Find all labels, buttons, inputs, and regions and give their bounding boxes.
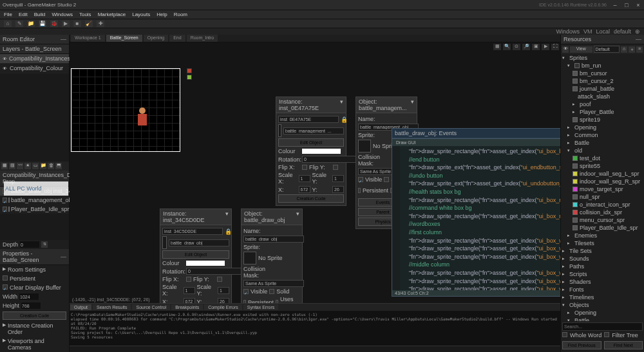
target-vm[interactable]: VM — [583, 28, 592, 35]
anim-icon[interactable]: ▣ — [532, 44, 540, 50]
x-input[interactable] — [299, 186, 310, 193]
minimize-button[interactable]: – — [612, 2, 618, 8]
flipy-checkbox[interactable] — [217, 277, 222, 282]
instance-marker-1[interactable] — [187, 68, 192, 73]
flipy-checkbox[interactable] — [333, 165, 338, 170]
menu-build[interactable]: Build — [34, 12, 46, 17]
sprite-preview[interactable] — [358, 140, 371, 153]
scalex-input[interactable] — [184, 287, 195, 294]
console-input[interactable] — [70, 346, 560, 352]
zoom-out-icon[interactable]: 🔍 — [503, 44, 511, 50]
obj-ref-input[interactable] — [283, 127, 344, 134]
scalex-input[interactable] — [299, 175, 310, 182]
tab-workspace[interactable]: Workspace 1 — [71, 35, 105, 42]
player-sprite-instance[interactable] — [136, 107, 149, 127]
find-prev-button[interactable]: Find Previous — [562, 341, 601, 349]
target-default[interactable]: default — [614, 28, 631, 35]
home-icon[interactable]: ⌂ — [621, 46, 627, 53]
tab-search-results[interactable]: Search Results — [93, 304, 131, 310]
add-bg-layer-icon[interactable]: ▭ — [32, 163, 39, 169]
y-input[interactable] — [332, 186, 344, 193]
visible-icon[interactable]: 👁 — [3, 66, 8, 71]
edit-object-button[interactable]: Edit Object — [278, 138, 344, 147]
colour-swatch[interactable] — [302, 149, 341, 154]
solid-checkbox[interactable] — [269, 289, 274, 294]
tab-end[interactable]: End — [169, 35, 185, 42]
creation-code-button[interactable]: Creation Code — [3, 311, 66, 320]
rotation-input[interactable] — [186, 268, 247, 275]
scaley-input[interactable] — [218, 287, 229, 294]
visible-checkbox[interactable] — [358, 177, 363, 182]
delete-layer-icon[interactable]: 🗑 — [48, 163, 54, 169]
menu-windows[interactable]: Windows — [52, 12, 72, 17]
lock-icon[interactable]: 🔒 — [225, 228, 232, 235]
chevron-icon[interactable]: ▾ — [340, 98, 343, 111]
open-icon[interactable]: 📁 — [27, 21, 35, 27]
add-asset-layer-icon[interactable]: ★ — [24, 163, 31, 169]
whole-word-checkbox[interactable] — [562, 332, 567, 337]
colour-swatch[interactable] — [186, 261, 225, 266]
expand-icon[interactable]: ⛶ — [551, 44, 559, 50]
find-next-button[interactable]: Find Next — [604, 341, 643, 349]
target-windows[interactable]: Windows — [556, 28, 580, 35]
close-button[interactable]: × — [635, 2, 641, 8]
rotation-input[interactable] — [302, 156, 363, 163]
persistent-checkbox[interactable] — [358, 188, 361, 193]
add-tile-layer-icon[interactable]: ▧ — [9, 163, 15, 169]
flipx-checkbox[interactable] — [186, 277, 191, 282]
menu-edit[interactable]: Edit — [19, 12, 28, 17]
comp-player[interactable]: Player_Battle_Idle_sprinst_608A1... — [0, 205, 69, 214]
inst-name-input[interactable] — [162, 228, 223, 235]
instance-window-1[interactable]: Instance: inst_0E47A75E▾ 🔒 Edit Object C… — [276, 97, 346, 206]
sprite-preview[interactable] — [278, 124, 281, 137]
tab-breakpoints[interactable]: Breakpoints — [171, 304, 203, 310]
target-local[interactable]: Local — [596, 28, 610, 35]
code-editor[interactable]: battle_draw_obj: Events—□× Draw GUI "fn"… — [392, 128, 560, 297]
zoom-in-icon[interactable]: 🔎 — [522, 44, 530, 50]
room-settings-section[interactable]: ▶ Room Settings — [0, 265, 69, 274]
maximize-button[interactable]: □ — [623, 2, 630, 8]
play-icon[interactable]: ▶ — [542, 44, 549, 50]
filter-tree-checkbox[interactable] — [604, 332, 609, 337]
layer-compat-colour[interactable]: 👁 Compatibility_Colour — [0, 64, 69, 73]
zoom-reset-icon[interactable]: ⊙ — [513, 44, 520, 50]
inst-order-section[interactable]: ▶ Instance Creation Order — [0, 321, 69, 337]
menu-room[interactable]: Room — [174, 12, 187, 17]
search-input[interactable] — [562, 322, 643, 331]
scaley-input[interactable] — [332, 175, 344, 182]
grid-icon[interactable]: ▦ — [493, 44, 501, 50]
collision-input[interactable] — [243, 280, 304, 287]
inherit-icon[interactable]: ⬒ — [55, 163, 62, 169]
visible-icon[interactable]: 👁 — [3, 57, 7, 61]
tab-syntax-errors[interactable]: Syntax Errors — [243, 304, 278, 310]
target-icon[interactable]: ⊕ — [635, 28, 640, 35]
obj-name-input[interactable] — [243, 236, 304, 243]
stop-icon[interactable]: ■ — [73, 21, 81, 27]
tab-battle-screen[interactable]: Battle_Screen — [106, 35, 142, 42]
clean-icon[interactable]: 🧹 — [85, 21, 93, 27]
menu-help[interactable]: Help — [156, 12, 167, 17]
tab-room-intro[interactable]: Room_Intro — [187, 35, 218, 42]
creation-code-button[interactable]: Creation Code — [278, 194, 344, 203]
width-input[interactable] — [19, 293, 39, 300]
save-icon[interactable]: 💾 — [39, 21, 46, 27]
viewports-section[interactable]: ▶ Viewports and Cameras — [0, 337, 69, 352]
clear-display-checkbox[interactable]: Clear Display Buffer — [0, 283, 69, 292]
menu-layouts[interactable]: Layouts — [132, 12, 150, 17]
depth-input[interactable] — [20, 241, 39, 248]
menu-tools[interactable]: Tools — [79, 12, 91, 17]
new-icon[interactable]: ✎ — [15, 21, 23, 27]
instance-marker-2[interactable] — [187, 75, 192, 80]
console-output[interactable]: C:\ProgramData\GameMakerStudio2\Cache\ru… — [70, 311, 560, 346]
visible-checkbox[interactable] — [243, 289, 249, 294]
create-icon[interactable]: ✚ — [97, 21, 104, 27]
inst-name-input[interactable] — [278, 116, 339, 123]
flipx-checkbox[interactable] — [302, 165, 307, 170]
collapse-icon[interactable]: — — [61, 36, 66, 42]
home-icon[interactable]: ⌂ — [4, 21, 12, 27]
tab-opening[interactable]: Opening — [144, 35, 168, 42]
sprite-preview[interactable] — [243, 252, 256, 264]
run-icon[interactable]: ▶ — [62, 21, 70, 27]
resource-tree[interactable]: ▾Sprites ▾bm_run bm_cursor bm_cursor_2 j… — [561, 54, 644, 321]
tab-compile-errors[interactable]: Compile Errors — [204, 304, 242, 310]
